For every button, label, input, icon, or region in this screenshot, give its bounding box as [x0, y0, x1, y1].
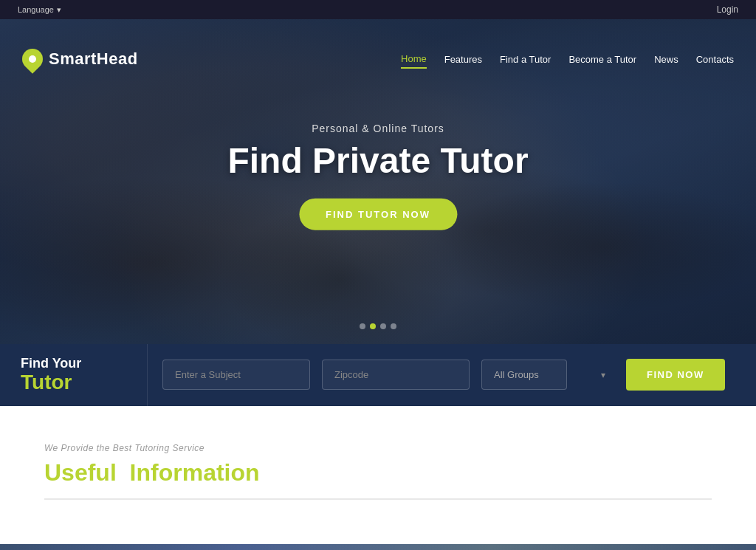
search-fields: All Groups Elementary Middle School High… — [148, 344, 756, 406]
nav-item-news[interactable]: News — [654, 51, 678, 68]
groups-select-wrapper: All Groups Elementary Middle School High… — [481, 360, 614, 390]
hero-subtitle: Personal & Online Tutors — [227, 123, 528, 134]
hero-slider-dots — [360, 323, 396, 329]
section-title: Useful Information — [44, 459, 712, 500]
login-link[interactable]: Login — [717, 4, 738, 15]
section-title-normal: Useful — [44, 459, 117, 486]
nav-item-become-tutor[interactable]: Become a Tutor — [568, 51, 636, 68]
language-dropdown[interactable]: Language ▾ — [18, 5, 61, 15]
hero-dot-2[interactable] — [370, 323, 376, 329]
nav-item-home[interactable]: Home — [401, 50, 427, 69]
find-tutor-now-button[interactable]: FIND TUTOR NOW — [299, 199, 457, 230]
search-label-block: Find Your Tutor — [0, 344, 148, 406]
logo-icon-inner — [29, 55, 36, 63]
logo[interactable]: SmartHead — [22, 49, 138, 69]
zipcode-input[interactable] — [322, 360, 470, 390]
bottom-image-strip — [0, 544, 756, 550]
hero-section: SmartHead Home Features Find a Tutor Bec… — [0, 19, 756, 344]
hero-dot-4[interactable] — [391, 323, 396, 329]
nav-item-contacts[interactable]: Contacts — [696, 51, 734, 68]
chevron-down-icon: ▾ — [57, 5, 61, 15]
language-label: Language — [18, 5, 54, 14]
logo-icon — [18, 44, 47, 74]
search-label-top: Find Your — [21, 356, 126, 371]
hero-content: Personal & Online Tutors Find Private Tu… — [227, 123, 528, 230]
section-title-accent: Information — [130, 459, 260, 486]
nav-item-find-tutor[interactable]: Find a Tutor — [500, 51, 551, 68]
search-label-bottom: Tutor — [21, 371, 126, 394]
main-nav: Home Features Find a Tutor Become a Tuto… — [401, 50, 734, 69]
groups-select[interactable]: All Groups Elementary Middle School High… — [481, 360, 567, 390]
subject-input[interactable] — [162, 360, 310, 390]
search-bar: Find Your Tutor All Groups Elementary Mi… — [0, 344, 756, 406]
content-section: We Provide the Best Tutoring Service Use… — [0, 406, 756, 544]
find-now-button[interactable]: FIND NOW — [626, 359, 725, 391]
hero-title: Find Private Tutor — [227, 140, 528, 181]
hero-dot-1[interactable] — [360, 323, 365, 329]
hero-dot-3[interactable] — [380, 323, 386, 329]
site-header: SmartHead Home Features Find a Tutor Bec… — [0, 41, 756, 77]
top-bar: Language ▾ Login — [0, 0, 756, 19]
nav-item-features[interactable]: Features — [444, 51, 482, 68]
section-subtitle: We Provide the Best Tutoring Service — [44, 443, 712, 453]
logo-text: SmartHead — [49, 49, 138, 69]
